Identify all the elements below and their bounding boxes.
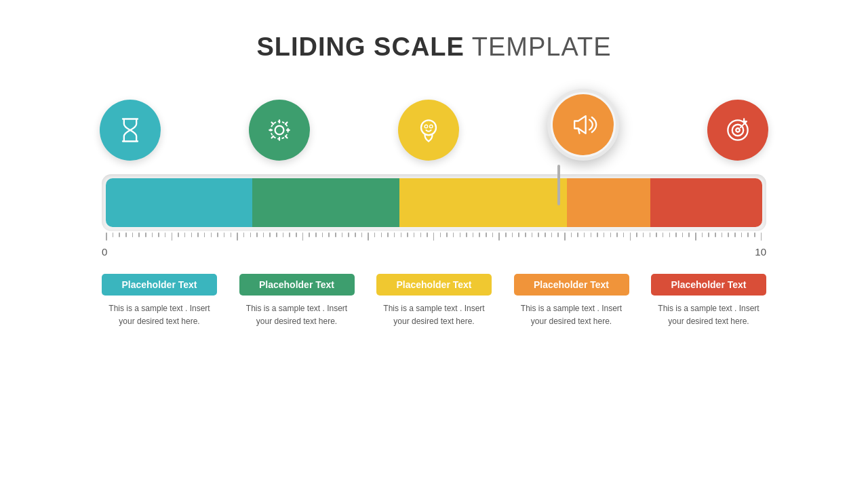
tick-29 — [293, 232, 300, 237]
tick-82 — [640, 232, 647, 237]
tick-15 — [201, 232, 208, 237]
tick-80 — [627, 232, 634, 241]
tick-line-minor — [191, 232, 193, 237]
tick-line-minor — [518, 232, 519, 237]
ruler-row — [102, 232, 766, 245]
tick-78 — [614, 232, 620, 237]
tick-line-minor — [616, 232, 618, 237]
tick-line-major — [498, 232, 500, 241]
tick-line-minor — [636, 232, 637, 237]
label-badge-1: Placeholder Text — [102, 274, 217, 296]
tick-53 — [450, 232, 457, 237]
tick-24 — [260, 232, 267, 237]
tick-line-minor — [263, 232, 264, 237]
track-segment-yellow — [399, 178, 567, 227]
tick-100 — [758, 232, 765, 241]
tick-line-major — [106, 232, 107, 241]
tick-9 — [162, 232, 169, 237]
tick-line-major — [302, 232, 304, 241]
tick-64 — [522, 232, 529, 237]
scale-max: 10 — [755, 246, 766, 258]
tick-line-minor — [577, 232, 578, 237]
tick-34 — [326, 232, 332, 237]
tick-0 — [103, 232, 110, 241]
tick-37 — [345, 232, 352, 237]
svg-point-4 — [429, 125, 433, 128]
tick-line-major — [172, 232, 173, 241]
tick-line-minor — [420, 232, 422, 237]
tick-line-minor — [427, 232, 428, 237]
tick-line-minor — [466, 232, 467, 237]
label-col-2: Placeholder TextThis is a sample text . … — [239, 274, 355, 328]
icons-row — [102, 89, 766, 161]
tick-line-minor — [650, 232, 651, 237]
labels-row: Placeholder TextThis is a sample text . … — [102, 274, 766, 328]
tick-line-minor — [538, 232, 539, 237]
tick-52 — [443, 232, 450, 237]
label-badge-2: Placeholder Text — [239, 274, 355, 296]
svg-point-0 — [275, 126, 284, 135]
tick-line-minor — [747, 232, 749, 237]
megaphone-icon — [568, 110, 598, 140]
tick-58 — [483, 232, 490, 237]
gear-icon — [264, 115, 294, 145]
tick-line-minor — [597, 232, 598, 237]
tick-line-minor — [322, 232, 323, 237]
tick-line-minor — [675, 232, 677, 237]
tick-line-minor — [394, 232, 395, 237]
tick-line-minor — [610, 232, 612, 237]
slider-track — [106, 178, 762, 227]
tick-line-minor — [158, 232, 159, 237]
tick-line-minor — [211, 232, 212, 237]
tick-81 — [633, 232, 640, 237]
tick-line-minor — [584, 232, 585, 237]
tick-line-minor — [401, 232, 402, 237]
track-segment-red — [650, 178, 762, 227]
title-bold: SLIDING SCALE — [256, 33, 464, 61]
tick-line-minor — [557, 232, 559, 237]
tick-46 — [404, 232, 411, 237]
tick-line-minor — [479, 232, 480, 237]
tick-line-minor — [342, 232, 343, 237]
tick-line-minor — [473, 232, 474, 237]
tick-line-minor — [243, 232, 245, 237]
tick-line-minor — [387, 232, 389, 237]
head-icon — [414, 115, 443, 145]
slider-track-container — [102, 174, 766, 231]
tick-36 — [339, 232, 346, 237]
tick-22 — [247, 232, 254, 237]
tick-line-minor — [296, 232, 297, 237]
tick-line-minor — [545, 232, 546, 237]
tick-60 — [496, 232, 502, 241]
tick-23 — [254, 232, 260, 237]
tick-line-minor — [289, 232, 290, 237]
tick-30 — [300, 232, 307, 241]
tick-line-minor — [525, 232, 526, 237]
tick-41 — [372, 232, 378, 237]
tick-line-minor — [348, 232, 349, 237]
tick-32 — [313, 232, 319, 237]
tick-71 — [568, 232, 575, 237]
tick-line-minor — [460, 232, 461, 237]
tick-line-minor — [741, 232, 743, 237]
tick-line-minor — [688, 232, 690, 237]
tick-line-minor — [361, 232, 363, 237]
slider-pin — [557, 165, 560, 205]
tick-3 — [123, 232, 130, 237]
tick-7 — [149, 232, 156, 237]
tick-line-minor — [256, 232, 258, 237]
tick-13 — [189, 232, 195, 237]
label-col-3: Placeholder TextThis is a sample text . … — [376, 274, 492, 328]
tick-28 — [286, 232, 293, 237]
tick-69 — [555, 232, 561, 237]
tick-48 — [418, 232, 425, 237]
tick-90 — [692, 232, 699, 241]
tick-54 — [456, 232, 463, 237]
tick-line-minor — [623, 232, 625, 237]
label-desc-2: This is a sample text . Insert your desi… — [239, 302, 355, 328]
tick-79 — [620, 232, 627, 237]
tick-line-minor — [381, 232, 382, 237]
tick-line-minor — [446, 232, 448, 237]
tick-line-minor — [204, 232, 205, 237]
tick-95 — [725, 232, 732, 237]
